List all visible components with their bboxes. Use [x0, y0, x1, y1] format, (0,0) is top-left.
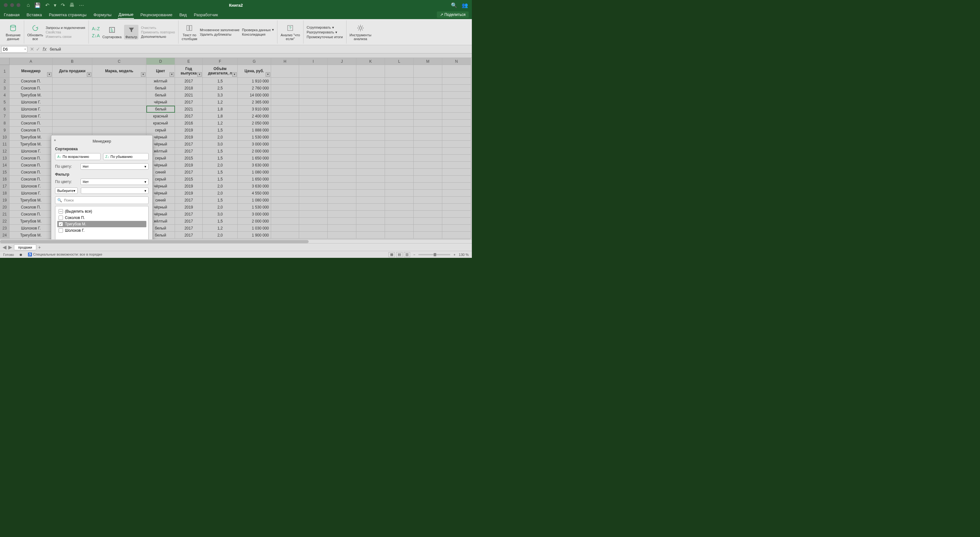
cell-J18[interactable] [328, 190, 356, 197]
print-icon[interactable]: 🖶 [69, 2, 75, 8]
cell-M18[interactable] [414, 190, 442, 197]
cell-I23[interactable] [299, 225, 328, 232]
cell-H12[interactable] [271, 148, 299, 155]
header-cell-C[interactable]: Марка, модель▾ [92, 65, 146, 78]
minimize-window[interactable] [10, 3, 14, 7]
filter-dropdown-E[interactable]: ▾ [197, 72, 202, 77]
cell-F10[interactable]: 2,0 [203, 134, 238, 141]
cell-F13[interactable]: 1,5 [203, 155, 238, 162]
column-header-F[interactable]: F [203, 58, 238, 65]
cell-A23[interactable]: Шолохов Г. [10, 225, 52, 232]
filter-color-select[interactable]: Нет▾ [81, 178, 149, 185]
row-header-13[interactable]: 13 [0, 155, 10, 162]
filter-value-select[interactable]: ▾ [81, 188, 149, 194]
cell-F19[interactable]: 1,5 [203, 197, 238, 204]
cell-L6[interactable] [385, 106, 414, 113]
cell-L17[interactable] [385, 183, 414, 190]
cell-K4[interactable] [356, 92, 385, 99]
cell-B8[interactable] [52, 120, 92, 127]
refresh-all-button[interactable]: Обновить все [27, 24, 43, 41]
cell-J19[interactable] [328, 197, 356, 204]
formula-input[interactable]: белый [48, 47, 472, 51]
cell-G22[interactable]: 2 000 000 [238, 218, 271, 225]
what-if-button[interactable]: ? Анализ "что если" [281, 24, 300, 41]
cell-N20[interactable] [442, 204, 471, 211]
cell-G5[interactable]: 2 365 000 [238, 99, 271, 106]
cell-A24[interactable]: Тригубов М. [10, 232, 52, 239]
sort-za-icon[interactable]: Z↓A [92, 33, 100, 38]
cell-E18[interactable]: 2019 [175, 190, 203, 197]
cell-L13[interactable] [385, 155, 414, 162]
cell-K14[interactable] [356, 162, 385, 169]
cell-G13[interactable]: 1 650 000 [238, 155, 271, 162]
cell-M13[interactable] [414, 155, 442, 162]
redo-icon[interactable]: ↷ [61, 2, 65, 8]
cell-A22[interactable]: Тригубов М. [10, 218, 52, 225]
maximize-window[interactable] [16, 3, 21, 7]
cell-E10[interactable]: 2019 [175, 134, 203, 141]
header-cell-D[interactable]: Цвет▾ [146, 65, 175, 78]
cell-F2[interactable]: 1,5 [203, 78, 238, 84]
cell-L24[interactable] [385, 232, 414, 239]
cell-J16[interactable] [328, 176, 356, 183]
column-header-K[interactable]: K [356, 58, 385, 65]
row-header-1[interactable]: 1 [0, 65, 10, 78]
cell-D6[interactable]: белый [146, 106, 175, 113]
cell-A20[interactable]: Соколов П. [10, 204, 52, 211]
cell-A2[interactable]: Соколов П. [10, 78, 52, 84]
cell-H14[interactable] [271, 162, 299, 169]
cell-E16[interactable]: 2015 [175, 176, 203, 183]
save-icon[interactable]: 💾 [34, 2, 41, 8]
cell-A16[interactable]: Соколов П. [10, 176, 52, 183]
cell-H19[interactable] [271, 197, 299, 204]
cell-K6[interactable] [356, 106, 385, 113]
cell-F11[interactable]: 3,0 [203, 141, 238, 148]
cell-N18[interactable] [442, 190, 471, 197]
cell-J15[interactable] [328, 169, 356, 176]
cell-A4[interactable]: Тригубов М. [10, 92, 52, 99]
header-cell-B[interactable]: Дата продажи▾ [52, 65, 92, 78]
column-header-E[interactable]: E [175, 58, 203, 65]
cell-E24[interactable]: 2017 [175, 232, 203, 239]
cell-I12[interactable] [299, 148, 328, 155]
cell-J7[interactable] [328, 113, 356, 120]
cell-J3[interactable] [328, 84, 356, 92]
undo-icon[interactable]: ↶ [45, 2, 49, 8]
cell-L5[interactable] [385, 99, 414, 106]
cell-I14[interactable] [299, 162, 328, 169]
cell-J2[interactable] [328, 78, 356, 84]
cell-N21[interactable] [442, 211, 471, 218]
cell-L22[interactable] [385, 218, 414, 225]
sort-desc-button[interactable]: Z↓ По убыванию [103, 153, 149, 160]
cell-I15[interactable] [299, 169, 328, 176]
cell-I21[interactable] [299, 211, 328, 218]
column-header-A[interactable]: A [10, 58, 52, 65]
cell-M20[interactable] [414, 204, 442, 211]
cell-M6[interactable] [414, 106, 442, 113]
external-data-button[interactable]: Внешние данные [6, 24, 21, 41]
cell-E13[interactable]: 2015 [175, 155, 203, 162]
cell-H2[interactable] [271, 78, 299, 84]
home-icon[interactable]: ⌂ [27, 2, 30, 8]
cell-F21[interactable]: 3,0 [203, 211, 238, 218]
cell-J20[interactable] [328, 204, 356, 211]
cell-N6[interactable] [442, 106, 471, 113]
filter-search-input[interactable] [64, 198, 146, 202]
cell-E8[interactable]: 2016 [175, 120, 203, 127]
sort-color-select[interactable]: Нет▾ [81, 163, 149, 170]
tab-developer[interactable]: Разработчик [193, 11, 219, 19]
row-header-21[interactable]: 21 [0, 211, 10, 218]
cell-L21[interactable] [385, 211, 414, 218]
text-to-columns-button[interactable]: Текст по столбцам [182, 24, 197, 41]
cell-N19[interactable] [442, 197, 471, 204]
tab-formulas[interactable]: Формулы [93, 11, 112, 19]
page-break-view-button[interactable]: ▥ [404, 252, 410, 257]
cell-M19[interactable] [414, 197, 442, 204]
ungroup-button[interactable]: Разгруппировать ▾ [307, 30, 343, 34]
column-header-D[interactable]: D [146, 58, 175, 65]
cell-L12[interactable] [385, 148, 414, 155]
edit-links-button[interactable]: Изменить связи [46, 35, 85, 38]
filter-button[interactable]: Фильтр [124, 25, 138, 40]
search-icon[interactable]: 🔍 [451, 2, 457, 8]
sort-button[interactable]: Сортировка [102, 25, 121, 39]
